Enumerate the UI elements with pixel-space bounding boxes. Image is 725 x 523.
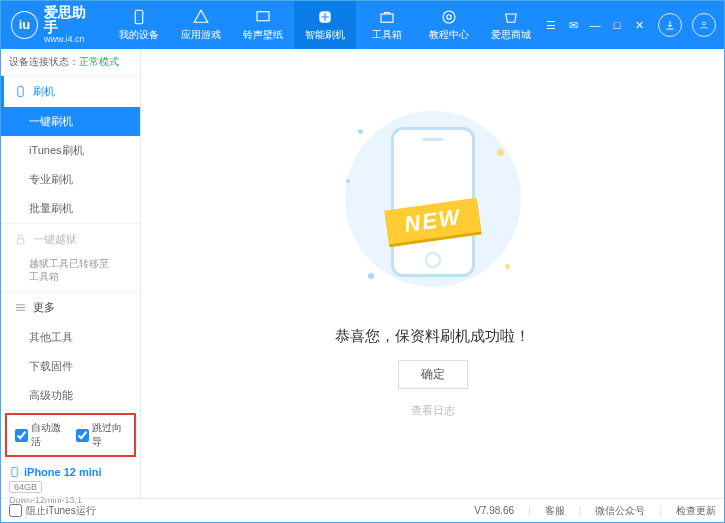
svg-rect-1 — [257, 12, 269, 21]
sidebar-item-oneclick-flash[interactable]: 一键刷机 — [1, 107, 140, 136]
checkbox-label: 跳过向导 — [92, 421, 127, 449]
sidebar-title: 更多 — [33, 300, 55, 315]
minimize-button[interactable]: — — [586, 17, 604, 33]
toolbox-icon — [378, 8, 396, 26]
ok-button[interactable]: 确定 — [398, 360, 468, 389]
brand-url: www.i4.cn — [44, 35, 98, 45]
statusbar: 阻止iTunes运行 V7.98.66 | 客服 | 微信公众号 | 检查更新 — [1, 498, 724, 522]
nav-my-device[interactable]: 我的设备 — [108, 1, 170, 49]
block-itunes-checkbox[interactable]: 阻止iTunes运行 — [9, 504, 96, 518]
nav-label: 工具箱 — [372, 28, 402, 42]
tutorial-icon — [440, 8, 458, 26]
nav-label: 爱思商城 — [491, 28, 531, 42]
svg-point-6 — [703, 22, 706, 25]
sidebar-item-pro-flash[interactable]: 专业刷机 — [1, 165, 140, 194]
close-button[interactable]: ✕ — [630, 17, 648, 33]
sidebar-item-batch-flash[interactable]: 批量刷机 — [1, 194, 140, 223]
nav-ringtones[interactable]: 铃声壁纸 — [232, 1, 294, 49]
sidebar: 设备连接状态：正常模式 刷机 一键刷机 iTunes刷机 专业刷机 批量刷机 一… — [1, 49, 141, 498]
svg-rect-3 — [381, 14, 393, 22]
menu-icon[interactable]: ☰ — [542, 17, 560, 33]
logo-area: iu 爱思助手 www.i4.cn — [1, 5, 108, 46]
sidebar-item-advanced[interactable]: 高级功能 — [1, 381, 140, 410]
nav-label: 应用游戏 — [181, 28, 221, 42]
nav-label: 教程中心 — [429, 28, 469, 42]
app-logo-icon: iu — [11, 11, 38, 39]
block-itunes-label: 阻止iTunes运行 — [26, 504, 96, 518]
connection-status: 设备连接状态：正常模式 — [1, 49, 140, 76]
sidebar-item-download-firmware[interactable]: 下载固件 — [1, 352, 140, 381]
auto-activate-input[interactable] — [15, 429, 28, 442]
nav-tutorials[interactable]: 教程中心 — [418, 1, 480, 49]
svg-rect-8 — [17, 239, 24, 244]
checkbox-highlight-box: 自动激活 跳过向导 — [5, 413, 136, 457]
sidebar-item-itunes-flash[interactable]: iTunes刷机 — [1, 136, 140, 165]
svg-rect-9 — [12, 467, 18, 476]
lock-icon — [14, 233, 27, 246]
device-phone-icon — [9, 465, 20, 479]
sidebar-item-other-tools[interactable]: 其他工具 — [1, 323, 140, 352]
wechat-link[interactable]: 微信公众号 — [595, 504, 645, 518]
skip-guide-input[interactable] — [76, 429, 89, 442]
nav-apps[interactable]: 应用游戏 — [170, 1, 232, 49]
view-log-link[interactable]: 查看日志 — [411, 403, 455, 418]
check-update-link[interactable]: 检查更新 — [676, 504, 716, 518]
store-icon — [502, 8, 520, 26]
sidebar-header-jailbreak[interactable]: 一键越狱 — [1, 224, 140, 255]
device-name[interactable]: iPhone 12 mini — [9, 465, 132, 479]
account-button[interactable] — [692, 13, 716, 37]
support-link[interactable]: 客服 — [545, 504, 565, 518]
sidebar-title: 一键越狱 — [33, 232, 77, 247]
status-label: 设备连接状态： — [9, 56, 79, 67]
nav-label: 我的设备 — [119, 28, 159, 42]
download-button[interactable] — [658, 13, 682, 37]
jailbreak-note: 越狱工具已转移至 工具箱 — [1, 255, 140, 291]
phone-small-icon — [14, 85, 27, 98]
nav-store[interactable]: 爱思商城 — [480, 1, 542, 49]
maximize-button[interactable]: □ — [608, 17, 626, 33]
nav-toolbox[interactable]: 工具箱 — [356, 1, 418, 49]
device-name-text: iPhone 12 mini — [24, 466, 102, 478]
more-icon — [14, 301, 27, 314]
checkbox-skip-guide[interactable]: 跳过向导 — [76, 421, 127, 449]
checkbox-auto-activate[interactable]: 自动激活 — [15, 421, 66, 449]
titlebar: iu 爱思助手 www.i4.cn 我的设备 应用游戏 铃声壁纸 智能刷机 — [1, 1, 724, 49]
sidebar-title: 刷机 — [33, 84, 55, 99]
success-illustration: NEW — [338, 109, 528, 309]
block-itunes-input[interactable] — [9, 504, 22, 517]
top-nav: 我的设备 应用游戏 铃声壁纸 智能刷机 工具箱 教程中心 — [108, 1, 542, 49]
flash-icon — [316, 8, 334, 26]
sidebar-header-more[interactable]: 更多 — [1, 292, 140, 323]
apps-icon — [192, 8, 210, 26]
main-content: NEW 恭喜您，保资料刷机成功啦！ 确定 查看日志 — [141, 49, 724, 498]
phone-icon — [130, 8, 148, 26]
nav-label: 铃声壁纸 — [243, 28, 283, 42]
status-value: 正常模式 — [79, 56, 119, 67]
checkbox-label: 自动激活 — [31, 421, 66, 449]
version-text: V7.98.66 — [474, 505, 514, 516]
svg-rect-0 — [135, 10, 143, 24]
success-message: 恭喜您，保资料刷机成功啦！ — [335, 327, 530, 346]
svg-point-4 — [443, 11, 455, 23]
window-controls: ☰ ✉ — □ ✕ — [542, 13, 724, 37]
svg-point-5 — [447, 15, 452, 20]
feedback-icon[interactable]: ✉ — [564, 17, 582, 33]
nav-flash[interactable]: 智能刷机 — [294, 1, 356, 49]
sidebar-header-flash[interactable]: 刷机 — [1, 76, 140, 107]
svg-rect-7 — [18, 87, 23, 97]
wallpaper-icon — [254, 8, 272, 26]
brand-name: 爱思助手 — [44, 5, 98, 36]
device-storage-badge: 64GB — [9, 481, 42, 493]
nav-label: 智能刷机 — [305, 28, 345, 42]
